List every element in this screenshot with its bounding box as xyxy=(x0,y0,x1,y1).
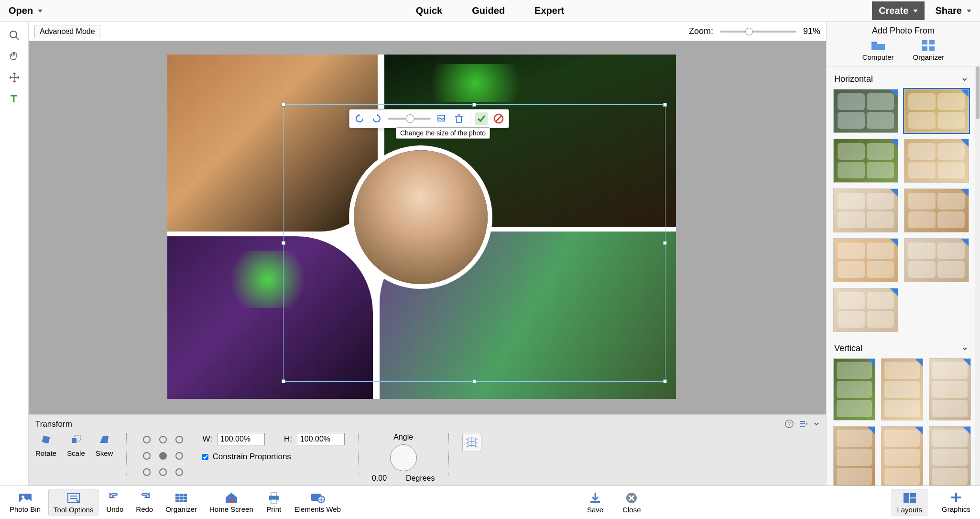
angle-dial[interactable] xyxy=(390,444,417,471)
anchor-bl[interactable] xyxy=(143,468,151,476)
width-input[interactable] xyxy=(217,433,265,445)
bb-graphics[interactable]: Graphics xyxy=(937,489,975,516)
skew-mode-button[interactable]: Skew xyxy=(96,433,113,457)
scale-mode-button[interactable]: Scale xyxy=(67,433,85,457)
bb-label-home-screen: Home Screen xyxy=(209,505,253,513)
anchor-br[interactable] xyxy=(175,468,183,476)
delete-button[interactable] xyxy=(453,112,465,125)
layout-thumb-v-3[interactable] xyxy=(833,426,875,486)
layout-thumb-v-4[interactable] xyxy=(881,426,923,486)
rotate-mode-button[interactable]: Rotate xyxy=(35,433,56,457)
collage-cell-3[interactable] xyxy=(167,236,373,399)
bb-label-save: Save xyxy=(587,506,603,514)
layouts-scroll[interactable]: Horizontal Vertical xyxy=(827,66,975,486)
bb-home-screen[interactable]: Home Screen xyxy=(205,489,258,516)
collage-cell-1[interactable] xyxy=(167,55,378,232)
layout-thumb-v-5[interactable] xyxy=(929,426,971,486)
vertical-label: Vertical xyxy=(834,343,862,353)
add-from-computer[interactable]: Computer xyxy=(862,40,894,61)
layout-thumb-v-2[interactable] xyxy=(929,358,971,420)
help-icon[interactable]: ? xyxy=(785,420,794,428)
bb-organizer[interactable]: Organizer xyxy=(161,489,202,516)
layout-thumb-h-0[interactable] xyxy=(833,89,898,133)
warp-button[interactable] xyxy=(462,433,481,452)
add-from-organizer[interactable]: Organizer xyxy=(913,40,945,61)
section-vertical[interactable]: Vertical xyxy=(833,341,972,358)
workspace: Advanced Mode Zoom: 91% xyxy=(29,22,826,486)
bb-label-undo: Undo xyxy=(106,505,123,513)
anchor-tr[interactable] xyxy=(175,436,183,443)
hand-tool[interactable] xyxy=(5,47,24,66)
replace-photo-button[interactable] xyxy=(436,112,448,125)
layout-thumb-v-1[interactable] xyxy=(881,358,923,420)
layout-thumb-h-6[interactable] xyxy=(833,238,898,282)
mode-tab-guided[interactable]: Guided xyxy=(469,3,508,18)
bb-elements-web[interactable]: Elements Web xyxy=(290,489,346,516)
commit-button[interactable] xyxy=(475,112,488,125)
zoom-slider-thumb[interactable] xyxy=(745,28,753,35)
zoom-slider[interactable] xyxy=(720,31,796,33)
mode-tab-expert[interactable]: Expert xyxy=(532,3,567,18)
photo-edit-toolbar[interactable] xyxy=(349,109,509,128)
horizontal-label: Horizontal xyxy=(834,74,873,84)
bb-photo-bin[interactable]: Photo Bin xyxy=(5,489,45,516)
rotate-right-button[interactable] xyxy=(370,112,383,125)
bb-layouts[interactable]: Layouts xyxy=(892,489,927,516)
bb-tool-options[interactable]: Tool Options xyxy=(48,489,98,516)
anchor-tl[interactable] xyxy=(143,436,151,443)
anchor-center[interactable] xyxy=(159,452,167,460)
open-menu[interactable]: Open xyxy=(5,3,46,18)
anchor-mr[interactable] xyxy=(175,452,183,460)
advanced-mode-toggle[interactable]: Advanced Mode xyxy=(34,25,100,38)
bb-label-print: Print xyxy=(266,505,281,513)
collage-cell-center[interactable] xyxy=(349,145,492,289)
bb-close[interactable]: Close xyxy=(618,489,645,516)
magnifier-icon xyxy=(9,30,20,41)
undo-icon xyxy=(107,491,123,504)
move-tool[interactable] xyxy=(5,68,24,87)
layout-thumb-h-4[interactable] xyxy=(833,188,898,232)
bb-redo[interactable]: Redo xyxy=(131,489,158,516)
scrollbar-track[interactable] xyxy=(975,66,980,486)
anchor-tc[interactable] xyxy=(159,436,167,443)
svg-rect-31 xyxy=(271,493,277,496)
bb-undo[interactable]: Undo xyxy=(101,489,128,516)
rotate-left-icon xyxy=(355,114,364,123)
layout-thumb-h-7[interactable] xyxy=(904,238,969,282)
layout-thumb-h-8[interactable] xyxy=(833,288,898,332)
angle-title: Angle xyxy=(393,433,413,442)
panel-menu-icon[interactable] xyxy=(799,420,808,428)
anchor-bc[interactable] xyxy=(159,468,167,476)
constrain-checkbox[interactable] xyxy=(202,454,208,460)
bb-save[interactable]: Save xyxy=(582,489,608,516)
layout-thumb-h-2[interactable] xyxy=(833,139,898,183)
collage-document[interactable]: Change the size of the photo xyxy=(167,55,676,399)
chevron-down-icon xyxy=(962,77,968,82)
collapse-icon[interactable] xyxy=(814,421,819,427)
scrollbar-thumb[interactable] xyxy=(976,66,980,119)
rotate-left-button[interactable] xyxy=(353,112,366,125)
layout-thumb-h-3[interactable] xyxy=(904,139,969,183)
folder-icon xyxy=(871,40,886,51)
section-horizontal[interactable]: Horizontal xyxy=(833,71,972,89)
bb-label-organizer: Organizer xyxy=(165,505,197,513)
cancel-button[interactable] xyxy=(492,112,505,125)
zoom-tool[interactable] xyxy=(5,26,24,45)
svg-rect-11 xyxy=(42,435,50,443)
layout-thumb-h-1[interactable] xyxy=(904,89,969,133)
text-tool[interactable]: T xyxy=(5,89,24,108)
anchor-grid[interactable] xyxy=(140,433,186,479)
layout-thumb-h-5[interactable] xyxy=(904,188,969,232)
create-button[interactable]: Create xyxy=(872,1,925,20)
constrain-proportions[interactable]: Constrain Proportions xyxy=(202,452,344,462)
share-button[interactable]: Share xyxy=(931,3,975,18)
mode-tab-quick[interactable]: Quick xyxy=(413,3,446,18)
size-slider[interactable] xyxy=(388,118,431,120)
height-input[interactable] xyxy=(297,433,345,445)
canvas[interactable]: Change the size of the photo xyxy=(29,41,826,414)
layout-thumb-v-0[interactable] xyxy=(833,358,875,420)
bb-print[interactable]: Print xyxy=(261,489,287,516)
trash-icon xyxy=(455,114,463,123)
anchor-ml[interactable] xyxy=(143,452,151,460)
size-slider-thumb[interactable] xyxy=(406,114,414,123)
